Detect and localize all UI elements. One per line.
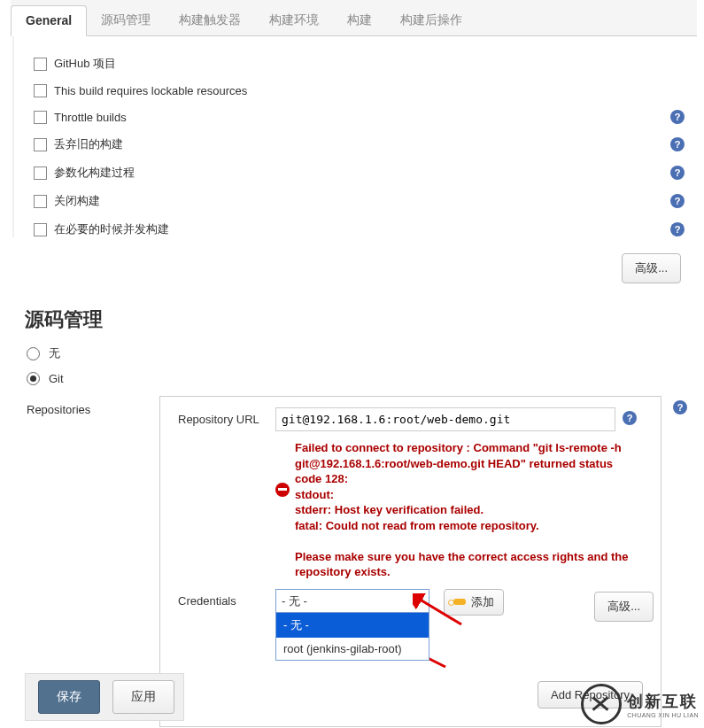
logo-icon xyxy=(581,684,622,724)
save-button[interactable]: 保存 xyxy=(38,680,100,714)
tab-env[interactable]: 构建环境 xyxy=(255,5,333,35)
label-param: 参数化构建过程 xyxy=(54,165,135,181)
radio-git-label: Git xyxy=(49,372,64,385)
advanced-button[interactable]: 高级... xyxy=(622,253,681,283)
jenkins-config-page: General 源码管理 构建触发器 构建环境 构建 构建后操作 GitHub … xyxy=(0,0,704,728)
help-icon[interactable]: ? xyxy=(673,400,687,414)
radio-none-label: 无 xyxy=(49,345,60,361)
label-concurrent: 在必要的时候并发构建 xyxy=(54,221,169,237)
checkbox-discard[interactable] xyxy=(34,138,47,151)
radio-none[interactable] xyxy=(27,347,40,360)
tab-general[interactable]: General xyxy=(11,5,87,36)
label-lockable: This build requires lockable resources xyxy=(54,84,247,97)
repository-config-box: ? Repository URL ? Failed to connect to … xyxy=(159,396,661,727)
error-icon xyxy=(275,483,290,497)
scm-section-title: 源码管理 xyxy=(25,306,704,333)
label-disable: 关闭构建 xyxy=(54,193,100,209)
error-message: Failed to connect to repository : Comman… xyxy=(295,440,631,580)
general-section: GitHub 项目 This build requires lockable r… xyxy=(12,36,704,237)
credentials-option-root[interactable]: root (jenkins-gilab-root) xyxy=(276,638,429,660)
credentials-select[interactable]: - 无 - xyxy=(275,589,429,614)
checkbox-github[interactable] xyxy=(34,58,47,71)
help-icon[interactable]: ? xyxy=(670,222,685,236)
config-tabs: General 源码管理 构建触发器 构建环境 构建 构建后操作 xyxy=(11,0,697,36)
brand-name-en: CHUANG XIN HU LIAN xyxy=(627,712,699,718)
label-github: GitHub 项目 xyxy=(54,56,116,72)
chevron-down-icon xyxy=(416,599,423,603)
repo-url-label: Repository URL xyxy=(178,407,275,426)
checkbox-disable[interactable] xyxy=(34,195,47,208)
brand-name-cn: 创新互联 xyxy=(627,691,699,712)
brand-logo: 创新互联 CHUANG XIN HU LIAN xyxy=(581,684,699,724)
key-icon xyxy=(453,599,466,605)
advanced-button[interactable]: 高级... xyxy=(594,592,654,622)
footer-actions: 保存 应用 xyxy=(25,673,184,721)
help-icon[interactable]: ? xyxy=(670,137,685,151)
apply-button[interactable]: 应用 xyxy=(112,680,174,714)
tab-scm[interactable]: 源码管理 xyxy=(87,5,165,35)
checkbox-throttle[interactable] xyxy=(34,111,47,124)
label-discard: 丢弃旧的构建 xyxy=(54,136,123,152)
help-icon[interactable]: ? xyxy=(670,166,685,180)
checkbox-lockable[interactable] xyxy=(34,84,47,97)
checkbox-concurrent[interactable] xyxy=(34,223,47,236)
credentials-selected: - 无 - xyxy=(282,593,307,609)
checkbox-param[interactable] xyxy=(34,167,47,180)
tab-triggers[interactable]: 构建触发器 xyxy=(165,5,255,35)
tab-postbuild[interactable]: 构建后操作 xyxy=(386,5,476,35)
help-icon[interactable]: ? xyxy=(670,110,685,124)
label-throttle: Throttle builds xyxy=(54,111,127,124)
credentials-dropdown-list: - 无 - root (jenkins-gilab-root) xyxy=(275,612,429,661)
radio-git[interactable] xyxy=(27,372,40,385)
help-icon[interactable]: ? xyxy=(670,194,685,208)
add-credentials-button[interactable]: 添加 xyxy=(444,589,504,616)
credentials-label: Credentials xyxy=(178,589,275,608)
credentials-option-none[interactable]: - 无 - xyxy=(276,613,429,638)
tab-build[interactable]: 构建 xyxy=(333,5,386,35)
help-icon[interactable]: ? xyxy=(623,411,637,425)
repo-url-input[interactable] xyxy=(275,407,615,431)
